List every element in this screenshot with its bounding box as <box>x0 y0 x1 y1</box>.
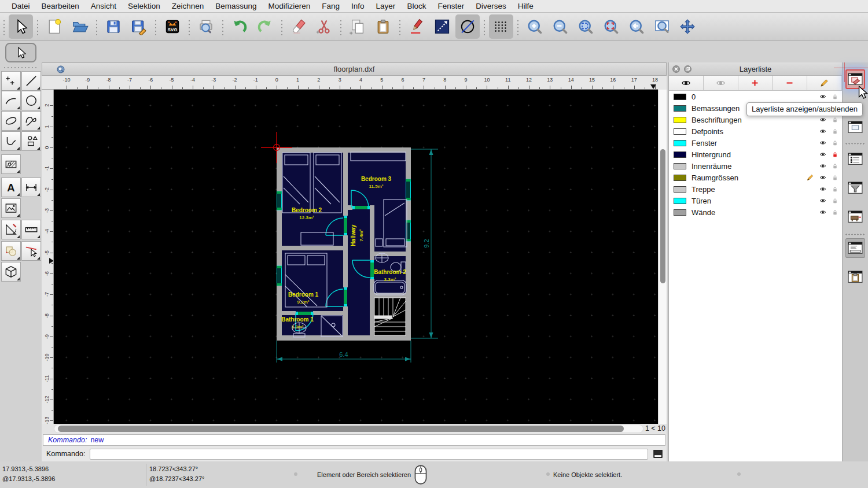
menu-zeichnen[interactable]: Zeichnen <box>166 2 210 10</box>
layer-row-defpoints[interactable]: Defpoints <box>669 125 842 137</box>
measure-tools-button[interactable] <box>21 220 41 239</box>
draw-freehand-button[interactable] <box>404 14 429 39</box>
layer-lock-icon[interactable] <box>832 151 838 158</box>
layer-row-türen[interactable]: Türen <box>669 195 842 206</box>
menu-hilfe[interactable]: Hilfe <box>512 2 539 10</box>
text-tools-button[interactable] <box>1 178 21 197</box>
draw-line-button[interactable] <box>430 14 454 39</box>
pan-button[interactable] <box>675 14 700 39</box>
toggle-property-editor-button[interactable] <box>845 149 865 169</box>
layer-visibility-icon[interactable] <box>818 128 827 135</box>
paste-button[interactable] <box>371 14 395 39</box>
toggle-selection-filter-button[interactable] <box>845 178 865 198</box>
toggle-library-browser-button[interactable] <box>845 207 865 227</box>
layer-lock-icon[interactable] <box>832 116 838 124</box>
circle-tools-button[interactable] <box>21 91 41 110</box>
zoom-in-button[interactable] <box>523 14 547 39</box>
open-file-button[interactable] <box>68 14 92 39</box>
hide-all-layers-button[interactable] <box>704 76 738 90</box>
command-input[interactable] <box>90 449 648 460</box>
misc-draw-tools-button[interactable] <box>1 220 21 239</box>
layer-visibility-icon[interactable] <box>818 174 827 181</box>
layer-row-wände[interactable]: Wände <box>669 206 842 218</box>
polyline-tools-button[interactable] <box>1 131 21 151</box>
layer-row-treppe[interactable]: Treppe <box>669 183 842 195</box>
menu-info[interactable]: Info <box>345 2 370 10</box>
layer-row-raumgrössen[interactable]: Raumgrössen <box>669 172 842 183</box>
menu-bearbeiten[interactable]: Bearbeiten <box>36 2 85 10</box>
toggle-command-line-button[interactable] <box>845 238 865 258</box>
layer-visibility-icon[interactable] <box>818 116 827 123</box>
save-as-button[interactable] <box>127 14 151 39</box>
document-titlebar[interactable]: floorplan.dxf <box>42 62 667 76</box>
layer-row-hintergrund[interactable]: Hintergrund <box>669 149 842 160</box>
menu-selektion[interactable]: Selektion <box>122 2 166 10</box>
add-layer-button[interactable] <box>738 76 773 90</box>
selection-tool-button[interactable] <box>5 43 36 62</box>
spline-tools-button[interactable] <box>21 111 41 131</box>
modify-tools-button[interactable] <box>1 241 21 261</box>
vertical-scrollbar-thumb[interactable] <box>660 149 665 283</box>
layer-visibility-icon[interactable] <box>818 209 827 216</box>
redo-button[interactable] <box>253 14 277 39</box>
undo-button[interactable] <box>227 14 252 39</box>
remove-layer-button[interactable] <box>773 76 807 90</box>
menu-fenster[interactable]: Fenster <box>432 2 470 10</box>
drawing-canvas[interactable]: Bedroom 2 12.3m² Bedroom 3 11.5m² Hallwa… <box>54 90 658 424</box>
vertical-scrollbar[interactable] <box>658 90 667 424</box>
layer-visibility-icon[interactable] <box>818 186 827 193</box>
print-preview-button[interactable] <box>194 14 218 39</box>
zoom-previous-button[interactable] <box>624 14 649 39</box>
layer-lock-icon[interactable] <box>832 162 838 170</box>
layer-visibility-icon[interactable] <box>818 197 827 204</box>
layer-lock-icon[interactable] <box>832 139 838 147</box>
svg-export-button[interactable] <box>160 14 185 39</box>
layer-row-0[interactable]: 0 <box>669 91 842 102</box>
menu-ansicht[interactable]: Ansicht <box>85 2 122 10</box>
layer-lock-icon[interactable] <box>832 186 838 193</box>
layer-lock-icon[interactable] <box>832 197 838 205</box>
dimension-tools-button[interactable] <box>21 178 41 197</box>
layer-visibility-icon[interactable] <box>818 93 827 100</box>
viewport-tools-button[interactable] <box>1 262 21 282</box>
layer-lock-icon[interactable] <box>832 128 838 135</box>
zoom-auto-button[interactable] <box>573 14 598 39</box>
image-tools-button[interactable] <box>1 198 21 218</box>
layer-visibility-icon[interactable] <box>818 151 827 158</box>
toggle-clipboard-button[interactable] <box>845 267 865 287</box>
save-button[interactable] <box>101 14 126 39</box>
layer-visibility-icon[interactable] <box>818 162 827 169</box>
line-tools-button[interactable] <box>21 71 41 91</box>
layer-visibility-icon[interactable] <box>818 139 827 146</box>
palette-drag-handle[interactable] <box>3 66 39 69</box>
toggle-block-list-button[interactable] <box>845 117 865 137</box>
show-all-layers-button[interactable] <box>669 76 704 90</box>
menu-diverses[interactable]: Diverses <box>470 2 512 10</box>
arc-tools-button[interactable] <box>1 91 21 110</box>
zoom-selection-button[interactable] <box>599 14 623 39</box>
menu-bemassung[interactable]: Bemassung <box>209 2 262 10</box>
zoom-window-button[interactable] <box>650 14 674 39</box>
layer-lock-icon[interactable] <box>832 209 838 216</box>
menu-modifizieren[interactable]: Modifizieren <box>263 2 317 10</box>
grid-toggle-button[interactable] <box>489 14 513 39</box>
point-tools-button[interactable] <box>1 71 21 91</box>
menu-datei[interactable]: Datei <box>6 2 36 10</box>
draw-circle-button[interactable] <box>455 14 480 39</box>
cut-button[interactable] <box>312 14 336 39</box>
copy-button[interactable] <box>345 14 370 39</box>
hatch-tools-button[interactable] <box>1 154 21 174</box>
menu-layer[interactable]: Layer <box>370 2 402 10</box>
select-tool-button[interactable] <box>9 14 33 39</box>
horizontal-scrollbar[interactable] <box>54 424 643 433</box>
layer-row-innenräume[interactable]: Innenräume <box>669 160 842 172</box>
edit-layer-button[interactable] <box>807 76 842 90</box>
detach-panel-button[interactable] <box>684 65 692 73</box>
menu-block[interactable]: Block <box>401 2 432 10</box>
menu-fang[interactable]: Fang <box>316 2 345 10</box>
layer-lock-icon[interactable] <box>832 174 838 182</box>
layer-lock-icon[interactable] <box>832 93 838 101</box>
shape-tools-button[interactable] <box>21 131 41 151</box>
zoom-out-button[interactable] <box>548 14 572 39</box>
trim-tools-button[interactable] <box>21 241 41 261</box>
